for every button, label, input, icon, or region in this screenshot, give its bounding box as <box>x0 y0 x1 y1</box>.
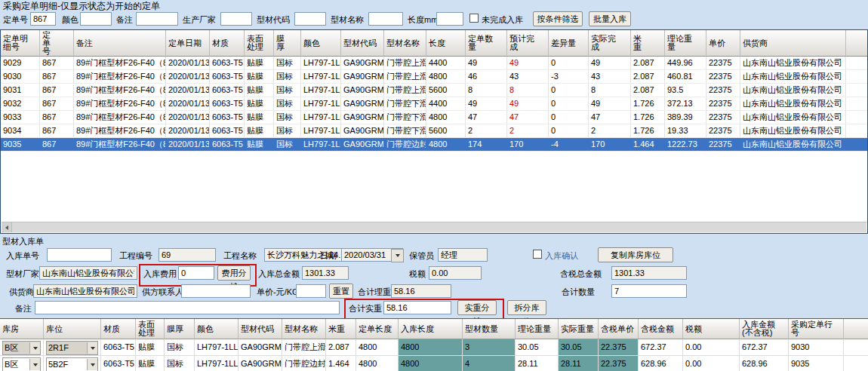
keeper-field[interactable] <box>438 248 488 262</box>
location-combo[interactable]: 5B2F <box>46 357 98 371</box>
cell-film: 国标 <box>165 339 195 355</box>
cell-order-qty: 46 <box>466 70 507 83</box>
column-header-order-no[interactable]: 定单号 <box>40 30 74 57</box>
reset-button[interactable]: 重置 <box>329 284 353 299</box>
filter-profile-code-input[interactable] <box>294 12 326 26</box>
order-row[interactable]: 903086789#门框型材F26-F40（866+867）2020/01/13… <box>1 70 868 84</box>
column-header-actual-done[interactable]: 实际完成 <box>589 30 631 57</box>
column-header-profile-name[interactable]: 型材名称 <box>282 319 326 339</box>
batch-inbound-button[interactable]: 批量入库 <box>589 11 631 26</box>
column-header-tax-amount[interactable]: 含税金额 <box>639 319 683 339</box>
column-header-meter-weight[interactable]: 米重 <box>631 30 665 57</box>
filter-profile-name-label: 型材名称 <box>331 15 364 24</box>
column-header-po-line-no[interactable]: 采购定单行号 <box>789 319 844 339</box>
unfinished-checkbox[interactable] <box>469 14 479 23</box>
unit-price-input[interactable] <box>296 284 326 298</box>
stock-row[interactable]: B区5B2F6063-T5贴膜国标LH797-1LL0GA90GRM05门带腔边… <box>0 356 868 371</box>
column-header-meter-weight[interactable]: 米重 <box>326 319 356 339</box>
column-header-expected-done[interactable]: 预计完成 <box>507 30 549 57</box>
scroll-left-icon[interactable] <box>2 222 12 232</box>
column-header-surface[interactable]: 表面处理 <box>245 30 274 57</box>
column-header-profile-code[interactable]: 型材代码 <box>239 319 282 339</box>
column-header-tax[interactable]: 税额 <box>683 319 740 339</box>
cell-profile-name: 门带腔上滑 <box>282 339 326 355</box>
filter-color-input[interactable] <box>80 12 112 26</box>
inbound-section-title: 型材入库单 <box>2 237 44 246</box>
column-header-profile-name[interactable]: 型材名称 <box>384 30 426 57</box>
column-header-unit-price[interactable]: 单价 <box>706 30 740 57</box>
chevron-down-icon[interactable] <box>29 342 40 354</box>
column-header-amount-no-tax[interactable]: 入库金额(不含税) <box>740 319 789 339</box>
filter-by-condition-button[interactable]: 按条件筛选 <box>533 11 583 26</box>
order-row[interactable]: 903486789#门框型材F26-F40（866+867）2020/01/13… <box>1 124 868 138</box>
warehouse-combo[interactable]: B区 <box>2 357 41 371</box>
column-header-material[interactable]: 材质 <box>210 30 245 57</box>
total-theory-weight-field[interactable] <box>391 284 451 298</box>
cell-actual-done: 170 <box>589 138 631 151</box>
total-amount-field[interactable] <box>302 266 349 280</box>
supplier-field[interactable] <box>33 284 137 298</box>
weight-share-button[interactable]: 实重分摊 <box>457 300 497 315</box>
chevron-down-icon[interactable] <box>87 342 97 354</box>
stock-row[interactable]: B区2R1F6063-T5贴膜国标LH797-1LL0GA90GRM03门带腔上… <box>0 339 868 356</box>
cell-order-detail-no: 9032 <box>1 97 40 110</box>
order-row[interactable]: 902986789#门框型材F26-F40（866+867）2020/01/13… <box>1 57 868 70</box>
cell-tax-amount: 628.96 <box>639 356 683 371</box>
copy-location-button[interactable]: 复制库房库位 <box>598 247 673 262</box>
filter-manufacturer-input[interactable] <box>220 12 252 26</box>
column-header-order-detail-no[interactable]: 定单明细号 <box>1 30 40 57</box>
column-header-tax-unit-price[interactable]: 含税单价 <box>599 319 639 339</box>
cell-color: LH797-1LL0 <box>301 84 341 97</box>
cell-order-date: 2020/01/13 <box>166 57 210 69</box>
split-location-button[interactable]: 拆分库位 <box>507 300 546 315</box>
inbound-fee-input[interactable] <box>178 266 214 280</box>
order-row[interactable]: 903586789#门框型材F26-F40（866+867）2020/01/13… <box>1 138 868 152</box>
order-row[interactable]: 903386789#门框型材F26-F40（866+867）2020/01/13… <box>1 111 868 124</box>
column-header-material[interactable]: 材质 <box>101 319 136 339</box>
tax-field[interactable] <box>429 266 482 280</box>
filter-length-input[interactable] <box>436 12 463 26</box>
column-header-order-date[interactable]: 定单日期 <box>166 30 210 57</box>
column-header-length[interactable]: 长度 <box>426 30 466 57</box>
order-row[interactable]: 903186789#门框型材F26-F40（866+867）2020/01/13… <box>1 84 868 97</box>
column-header-profile-qty[interactable]: 型材数量 <box>463 319 516 339</box>
column-header-supplier[interactable]: 供货商 <box>740 30 846 57</box>
inbound-confirm-checkbox[interactable] <box>533 250 542 259</box>
total-actual-weight-input[interactable] <box>383 301 451 314</box>
factory-field[interactable] <box>39 266 137 280</box>
column-header-color[interactable]: 颜色 <box>195 319 239 339</box>
filter-remark-input[interactable] <box>136 12 178 26</box>
supplier-contact-input[interactable] <box>181 284 251 298</box>
column-header-film[interactable]: 膜厚 <box>274 30 301 57</box>
column-header-order-length[interactable]: 定单长度 <box>356 319 399 339</box>
column-header-location[interactable]: 库位 <box>44 319 101 339</box>
column-header-warehouse[interactable]: 库房 <box>0 319 44 339</box>
column-header-actual-weight[interactable]: 实际重量 <box>559 319 599 339</box>
remark-input[interactable] <box>35 301 340 314</box>
filter-order-no-input[interactable] <box>30 12 56 26</box>
total-with-tax-field[interactable] <box>611 266 687 280</box>
total-qty-field[interactable] <box>611 284 687 298</box>
column-header-theory-weight[interactable]: 理论重量 <box>516 319 559 339</box>
column-header-order-qty[interactable]: 定单数量 <box>466 30 507 57</box>
cell-material: 6063-T5 <box>210 97 245 110</box>
chevron-down-icon[interactable] <box>29 359 40 370</box>
chevron-down-icon[interactable] <box>87 359 97 370</box>
filter-profile-name-input[interactable] <box>368 12 403 26</box>
column-header-theory-weight[interactable]: 理论重量 <box>665 30 706 57</box>
order-table-hscrollbar[interactable] <box>2 222 866 232</box>
inbound-no-input[interactable] <box>47 248 112 262</box>
warehouse-combo[interactable]: B区 <box>2 341 41 355</box>
fee-share-button[interactable]: 费用分摊 <box>217 265 251 281</box>
column-header-surface[interactable]: 表面处理 <box>136 319 165 339</box>
column-header-inbound-length[interactable]: 入库长度 <box>399 319 463 339</box>
column-header-diff-qty[interactable]: 差异量 <box>549 30 589 57</box>
order-row[interactable]: 903286789#门框型材F26-F40（866+867）2020/01/13… <box>1 97 868 111</box>
column-header-film[interactable]: 膜厚 <box>165 319 195 339</box>
location-combo[interactable]: 2R1F <box>46 341 98 355</box>
column-header-profile-code[interactable]: 型材代码 <box>341 30 384 57</box>
date-dropdown-icon[interactable] <box>391 249 404 262</box>
column-header-color[interactable]: 颜色 <box>301 30 341 57</box>
column-header-remark[interactable]: 备注 <box>74 30 166 57</box>
project-no-field[interactable] <box>159 248 216 262</box>
